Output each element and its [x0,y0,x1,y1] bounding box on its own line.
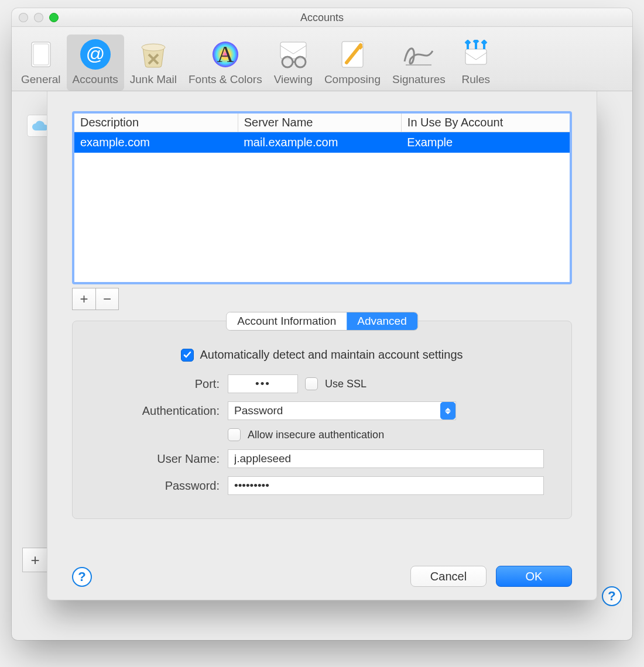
toolbar-viewing[interactable]: Viewing [268,35,318,91]
use-ssl-checkbox[interactable] [305,377,318,390]
auto-settings-checkbox[interactable] [181,349,194,362]
help-icon: ? [608,589,615,604]
username-field[interactable] [228,449,544,468]
svg-text:A: A [217,41,234,67]
preferences-toolbar: General @ Accounts Junk Mail A Fonts & C… [12,27,632,91]
toolbar-composing[interactable]: Composing [318,35,386,91]
sheet-help-button[interactable]: ? [72,567,92,587]
cloud-icon [31,120,49,132]
server-settings-pane: Account Information Advanced Automatical… [72,321,572,519]
toolbar-signatures[interactable]: Signatures [386,35,451,91]
toolbar-rules[interactable]: Rules [451,35,501,91]
toolbar-label: Rules [462,73,491,86]
background-help-button[interactable]: ? [602,586,622,606]
toolbar-accounts[interactable]: @ Accounts [67,35,124,91]
toolbar-junk[interactable]: Junk Mail [124,35,183,91]
close-window-button[interactable] [19,13,28,22]
port-label: Port: [94,377,220,391]
accounts-icon: @ [77,38,114,71]
auto-settings-label: Automatically detect and maintain accoun… [200,348,463,362]
column-header-description[interactable]: Description [74,114,238,132]
toolbar-label: Viewing [274,73,313,86]
smtp-server-sheet: Description Server Name In Use By Accoun… [47,91,597,600]
zoom-window-button[interactable] [49,13,59,22]
preferences-window: Accounts General @ Accounts Junk Mail [12,8,632,640]
composing-icon [334,38,371,71]
svg-rect-9 [280,42,306,59]
cancel-button[interactable]: Cancel [410,566,487,587]
toolbar-fonts[interactable]: A Fonts & Colors [183,35,268,91]
viewing-icon [275,38,312,71]
toolbar-label: Junk Mail [130,73,177,86]
toolbar-label: Fonts & Colors [189,73,262,86]
password-field[interactable] [228,476,544,495]
toolbar-label: Signatures [392,73,446,86]
allow-insecure-label: Allow insecure authentication [248,429,384,441]
svg-point-6 [142,44,165,51]
remove-server-button[interactable]: − [95,288,119,310]
tab-advanced[interactable]: Advanced [347,312,417,330]
signatures-icon [400,38,437,71]
rules-icon [457,38,495,71]
column-header-server[interactable]: Server Name [238,114,401,132]
auth-value: Password [234,404,283,417]
titlebar: Accounts [12,8,632,27]
minus-icon: − [103,291,111,307]
chevron-updown-icon [440,402,455,420]
server-table[interactable]: Description Server Name In Use By Accoun… [72,111,572,284]
toolbar-label: Composing [324,73,381,86]
window-controls [19,13,59,22]
password-label: Password: [94,479,220,493]
svg-rect-15 [465,49,487,64]
plus-icon: + [30,551,39,569]
use-ssl-label: Use SSL [325,378,366,390]
ok-button[interactable]: OK [496,566,572,587]
port-field[interactable] [228,374,298,393]
auth-label: Authentication: [94,404,220,418]
column-header-account[interactable]: In Use By Account [401,114,570,132]
general-icon [22,38,60,71]
help-icon: ? [78,569,85,585]
auth-select[interactable]: Password [228,401,456,420]
settings-tabs: Account Information Advanced [226,312,418,331]
window-title: Accounts [12,8,632,27]
background-add-button[interactable]: + [22,548,48,572]
cell-account: Example [401,132,570,153]
username-label: User Name: [94,452,220,466]
toolbar-label: General [21,73,61,86]
fonts-icon: A [207,38,244,71]
svg-rect-0 [32,42,50,67]
junk-icon [135,38,172,71]
table-row[interactable]: example.com mail.example.com Example [74,132,570,153]
svg-text:@: @ [85,43,104,64]
cell-server: mail.example.com [238,132,401,153]
plus-icon: + [80,291,88,307]
add-server-button[interactable]: + [72,288,95,310]
toolbar-label: Accounts [73,73,118,86]
cell-description: example.com [74,132,238,153]
tab-account-information[interactable]: Account Information [227,312,347,330]
minimize-window-button[interactable] [34,13,43,22]
allow-insecure-checkbox[interactable] [228,428,241,441]
toolbar-general[interactable]: General [15,35,67,91]
